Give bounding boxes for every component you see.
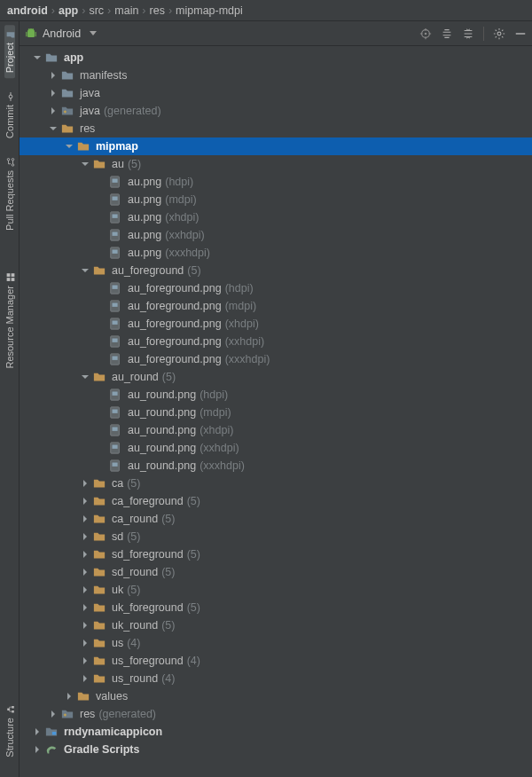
chevron-down-icon[interactable] [32, 52, 43, 63]
tree-row[interactable]: au_round.png(xxhdpi) [20, 439, 532, 457]
crumb-2[interactable]: src [89, 4, 104, 17]
tree-row[interactable]: au_round.png(hdpi) [20, 386, 532, 404]
folder-res-icon [92, 636, 106, 650]
folder-res-icon [92, 654, 106, 668]
sidebar-tab-project[interactable]: Project [4, 25, 15, 78]
tree-row[interactable]: au_round.png(xxxhdpi) [20, 457, 532, 475]
tree-row[interactable]: uk_round(5) [20, 616, 532, 634]
tree-row[interactable]: au_round.png(xhdpi) [20, 421, 532, 439]
hide-icon[interactable] [514, 27, 527, 40]
sidebar-tab-structure[interactable]: Structure [4, 700, 15, 763]
chevron-right-icon[interactable] [80, 567, 90, 577]
tree-row[interactable]: au.png(xhdpi) [20, 208, 532, 226]
chevron-right-icon[interactable] [80, 496, 90, 506]
tree-row[interactable]: au_foreground.png(xxxhdpi) [20, 350, 532, 368]
tree-row[interactable]: au_foreground(5) [20, 262, 532, 279]
tree-row[interactable]: uk_foreground(5) [20, 599, 532, 616]
chevron-right-icon[interactable] [48, 70, 59, 81]
tree-row[interactable]: java(generated) [20, 102, 532, 120]
tree-row[interactable]: us_round(4) [20, 670, 532, 687]
svg-point-1 [12, 164, 14, 167]
tree-row[interactable]: au_foreground.png(xhdpi) [20, 315, 532, 333]
chevron-right-icon[interactable] [80, 549, 90, 560]
tree-row[interactable]: res [20, 120, 532, 137]
crumb-4[interactable]: res [150, 4, 165, 17]
project-tree[interactable]: appmanifestsjavajava(generated)resmipmap… [20, 46, 532, 777]
tree-item-suffix: (generated) [104, 105, 161, 117]
chevron-down-icon[interactable] [64, 141, 74, 152]
chevron-right-icon[interactable] [64, 691, 74, 702]
tree-row[interactable]: Gradle Scripts [20, 741, 532, 758]
chevron-down-icon[interactable] [80, 265, 90, 276]
target-icon[interactable] [419, 27, 432, 40]
chevron-down-icon[interactable] [80, 372, 90, 382]
chevron-right-icon[interactable] [80, 673, 90, 684]
tree-row[interactable]: manifests [20, 67, 532, 84]
tree-row[interactable]: au_foreground.png(hdpi) [20, 279, 532, 297]
tree-row[interactable]: uk(5) [20, 581, 532, 599]
tree-row[interactable]: sd_foreground(5) [20, 545, 532, 563]
tree-spacer [96, 194, 106, 205]
tree-item-label: au.png [128, 229, 161, 241]
folder-res-icon [92, 530, 106, 544]
tree-item-label: au.png [128, 193, 161, 206]
sidebar-tab-commit[interactable]: Commit [4, 87, 15, 144]
tree-row[interactable]: au_round(5) [20, 368, 532, 386]
chevron-right-icon[interactable] [32, 744, 43, 755]
chevron-right-icon[interactable] [80, 478, 90, 489]
chevron-right-icon[interactable] [80, 602, 90, 613]
chevron-right-icon[interactable] [48, 88, 59, 98]
tree-item-label: ca [112, 477, 123, 490]
tree-item-suffix: (4) [127, 637, 140, 649]
sidebar-tab-pull-requests[interactable]: Pull Requests [4, 153, 15, 236]
chevron-down-icon[interactable] [48, 123, 59, 134]
chevron-down-icon[interactable] [80, 159, 90, 169]
crumb-1[interactable]: app [59, 4, 78, 17]
tree-row[interactable]: java [20, 84, 532, 102]
chevron-right-icon[interactable] [80, 655, 90, 666]
tree-row[interactable]: au(5) [20, 155, 532, 173]
tree-row[interactable]: rndynamicappicon [20, 723, 532, 741]
tree-item-suffix: (mdpi) [165, 193, 196, 206]
folder-res-icon [92, 476, 106, 491]
crumb-5[interactable]: mipmap-mdpi [176, 4, 243, 17]
tree-row[interactable]: sd_round(5) [20, 563, 532, 581]
tree-row[interactable]: au.png(hdpi) [20, 173, 532, 191]
tree-row[interactable]: au.png(xxhdpi) [20, 226, 532, 244]
tree-row[interactable]: ca(5) [20, 475, 532, 492]
chevron-right-icon[interactable] [48, 106, 59, 116]
tree-row[interactable]: au_round.png(mdpi) [20, 404, 532, 421]
sidebar-tab-resource-manager[interactable]: Resource Manager [4, 268, 15, 374]
chevron-right-icon[interactable] [80, 531, 90, 542]
file-img-icon [108, 388, 122, 402]
chevron-right-icon[interactable] [32, 726, 43, 737]
panel-view-selector[interactable]: Android [43, 27, 81, 40]
crumb-0[interactable]: android [7, 4, 48, 17]
tree-row[interactable]: mipmap [20, 137, 532, 155]
tree-row[interactable]: us_foreground(4) [20, 652, 532, 670]
gear-icon[interactable] [493, 27, 505, 40]
tree-row[interactable]: sd(5) [20, 528, 532, 545]
tree-row[interactable]: ca_round(5) [20, 510, 532, 528]
chevron-right-icon[interactable] [80, 620, 90, 631]
chevron-right-icon[interactable] [80, 514, 90, 524]
folder-res-icon [76, 139, 90, 153]
chevron-right-icon[interactable] [48, 709, 59, 719]
tree-row[interactable]: us(4) [20, 634, 532, 652]
tree-row[interactable]: values [20, 687, 532, 705]
tree-row[interactable]: res(generated) [20, 705, 532, 723]
collapse-all-icon[interactable] [462, 27, 474, 40]
chevron-right-icon[interactable] [80, 585, 90, 595]
expand-all-icon[interactable] [441, 27, 453, 40]
chevron-right-icon[interactable] [80, 638, 90, 648]
tree-row[interactable]: au.png(mdpi) [20, 191, 532, 208]
tree-row[interactable]: au_foreground.png(mdpi) [20, 297, 532, 315]
folder-res-icon [92, 600, 106, 615]
crumb-3[interactable]: main [114, 4, 138, 17]
tree-row[interactable]: app [20, 49, 532, 67]
tree-spacer [96, 389, 106, 400]
tree-row[interactable]: ca_foreground(5) [20, 492, 532, 510]
folder-mod-icon [44, 725, 59, 739]
tree-row[interactable]: au.png(xxxhdpi) [20, 244, 532, 262]
tree-row[interactable]: au_foreground.png(xxhdpi) [20, 333, 532, 350]
